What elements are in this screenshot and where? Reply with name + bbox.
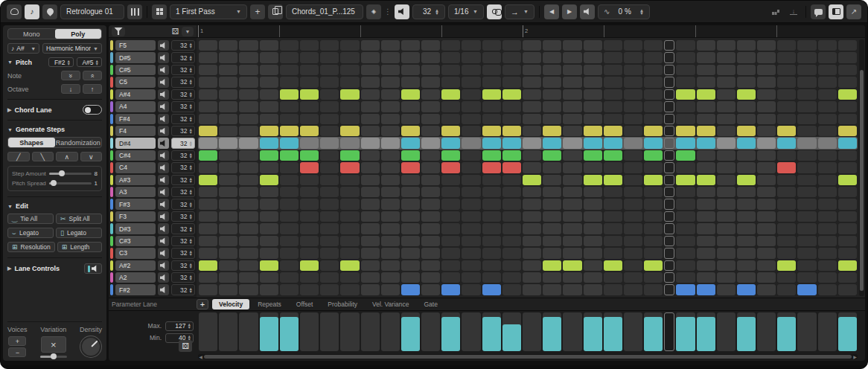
step-cell[interactable]: [543, 284, 561, 295]
stepper-arrows-icon[interactable]: ▲▼: [189, 177, 193, 183]
step-cell[interactable]: [818, 138, 837, 148]
step-cell[interactable]: [280, 175, 299, 185]
lane-mute-button[interactable]: [158, 77, 169, 87]
lane-steps-stepper[interactable]: 32▲▼: [171, 65, 195, 75]
step-cell[interactable]: [300, 223, 319, 234]
step-cell[interactable]: [737, 199, 756, 209]
step-cell[interactable]: [697, 138, 715, 148]
stepper-arrows-icon[interactable]: ▲▼: [189, 164, 193, 170]
shape-ramp-down-button[interactable]: ╲: [32, 152, 54, 161]
note-shift-up-button[interactable]: »: [83, 71, 102, 80]
velocity-slot[interactable]: [717, 312, 735, 351]
step-cell[interactable]: [757, 260, 776, 271]
step-cell[interactable]: [462, 260, 480, 271]
chord-lane-toggle[interactable]: [83, 105, 102, 115]
step-cell[interactable]: [676, 40, 695, 51]
stepper-arrows-icon[interactable]: ▲▼: [435, 9, 439, 15]
step-cell[interactable]: [644, 138, 663, 148]
step-cell[interactable]: [797, 150, 816, 161]
step-cell[interactable]: [584, 272, 602, 283]
lane-options-dropdown[interactable]: ▼: [182, 27, 194, 36]
step-cell[interactable]: [697, 211, 715, 222]
step-cell[interactable]: [381, 138, 400, 148]
velocity-bar[interactable]: [737, 317, 756, 351]
step-cell[interactable]: [644, 175, 663, 185]
step-cell[interactable]: [300, 284, 319, 295]
step-cell[interactable]: [441, 211, 460, 222]
step-cell[interactable]: [361, 187, 380, 197]
step-cell[interactable]: [777, 199, 796, 209]
velocity-bar[interactable]: [280, 317, 299, 351]
step-cell[interactable]: [717, 114, 735, 124]
step-cell[interactable]: [624, 175, 642, 185]
step-cell[interactable]: [280, 65, 299, 75]
step-cell[interactable]: [502, 223, 521, 234]
step-cell[interactable]: [260, 211, 278, 222]
step-cell[interactable]: [584, 101, 602, 112]
step-cell[interactable]: [543, 211, 561, 222]
lane-mute-button[interactable]: [158, 211, 169, 222]
step-cell[interactable]: [644, 236, 663, 246]
step-cell[interactable]: [219, 236, 237, 246]
step-cell[interactable]: [797, 65, 816, 75]
step-cell[interactable]: [340, 248, 359, 258]
step-cell[interactable]: [381, 65, 400, 75]
step-cell[interactable]: [543, 114, 561, 124]
step-cell[interactable]: [563, 187, 581, 197]
step-cell[interactable]: [441, 101, 460, 112]
step-cell[interactable]: [401, 199, 420, 209]
step-cell[interactable]: [421, 284, 440, 295]
lane-note-label[interactable]: F#2: [115, 284, 156, 295]
velocity-bar[interactable]: [644, 317, 663, 351]
step-cell[interactable]: [737, 138, 756, 148]
velocity-slot[interactable]: [604, 312, 622, 351]
step-cell[interactable]: [199, 126, 217, 136]
step-cell[interactable]: [462, 236, 480, 246]
step-cell[interactable]: [401, 175, 420, 185]
step-cell[interactable]: [717, 89, 735, 100]
step-cell[interactable]: [199, 175, 217, 185]
lane-note-label[interactable]: F#3: [115, 199, 156, 209]
step-cell[interactable]: [717, 52, 735, 62]
step-cell[interactable]: [777, 114, 796, 124]
velocity-bar[interactable]: [676, 317, 695, 351]
velocity-slot[interactable]: [676, 312, 695, 351]
step-cell[interactable]: [320, 284, 339, 295]
step-cell[interactable]: [797, 52, 816, 62]
variation-button[interactable]: ×: [41, 336, 66, 353]
step-cell[interactable]: [717, 175, 735, 185]
step-cell[interactable]: [757, 138, 776, 148]
step-cell[interactable]: [361, 248, 380, 258]
step-cell[interactable]: [737, 126, 756, 136]
step-cell[interactable]: [543, 248, 561, 258]
step-cell[interactable]: [239, 284, 258, 295]
step-cell[interactable]: [584, 260, 602, 271]
step-cell[interactable]: [280, 114, 299, 124]
step-cell[interactable]: [219, 52, 237, 62]
step-cell[interactable]: [381, 211, 400, 222]
step-cell[interactable]: [300, 162, 319, 173]
step-cell[interactable]: [838, 52, 857, 62]
step-cell[interactable]: [737, 236, 756, 246]
step-cell[interactable]: [462, 114, 480, 124]
step-cell[interactable]: [320, 248, 339, 258]
step-cell[interactable]: [644, 284, 663, 295]
step-cell[interactable]: [280, 52, 299, 62]
panel-toggle-button[interactable]: [829, 4, 843, 19]
step-cell[interactable]: [502, 199, 521, 209]
ruler-step[interactable]: [502, 25, 523, 37]
step-cell[interactable]: [462, 272, 480, 283]
step-cell[interactable]: [584, 77, 602, 87]
step-rate-select[interactable]: 1/16▼: [448, 4, 484, 19]
step-cell[interactable]: [838, 77, 857, 87]
step-cell[interactable]: [502, 40, 521, 51]
step-cell[interactable]: [757, 162, 776, 173]
step-cell[interactable]: [482, 52, 501, 62]
ruler-step[interactable]: [645, 25, 665, 37]
step-cell[interactable]: [818, 199, 837, 209]
step-cell[interactable]: [818, 284, 837, 295]
step-cell[interactable]: [502, 162, 521, 173]
lane-note-label[interactable]: D#5: [115, 52, 156, 62]
lane-row-C5[interactable]: C532▲▼: [110, 76, 195, 88]
stepper-arrows-icon[interactable]: ▲▼: [189, 141, 193, 147]
